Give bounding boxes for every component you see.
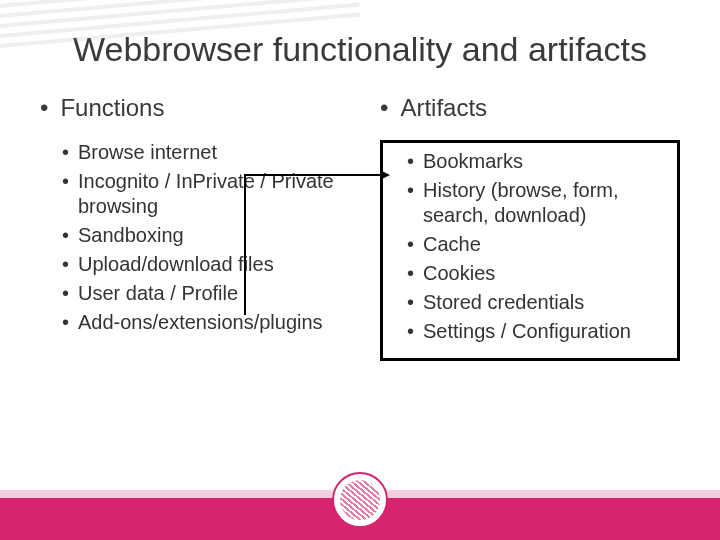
functions-heading: Functions [40, 94, 340, 122]
functions-list: Browse internet Incognito / InPrivate / … [40, 140, 340, 335]
list-item: Add-ons/extensions/plugins [62, 310, 340, 335]
list-item: Sandboxing [62, 223, 340, 248]
artifacts-heading: Artifacts [380, 94, 680, 122]
list-item: Upload/download files [62, 252, 340, 277]
list-item: Cookies [407, 261, 669, 286]
artifacts-box: Bookmarks History (browse, form, search,… [380, 140, 680, 361]
list-item: Settings / Configuration [407, 319, 669, 344]
list-item: Bookmarks [407, 149, 669, 174]
list-item: Incognito / InPrivate / Private browsing [62, 169, 340, 219]
list-item: History (browse, form, search, download) [407, 178, 669, 228]
functions-column: Functions Browse internet Incognito / In… [40, 94, 340, 361]
footer-logo [332, 472, 388, 528]
logo-icon [340, 480, 380, 520]
list-item: Browse internet [62, 140, 340, 165]
footer [0, 470, 720, 540]
artifacts-column: Artifacts Bookmarks History (browse, for… [380, 94, 680, 361]
list-item: Cache [407, 232, 669, 257]
content-area: Functions Browse internet Incognito / In… [0, 69, 720, 361]
list-item: Stored credentials [407, 290, 669, 315]
list-item: User data / Profile [62, 281, 340, 306]
artifacts-list: Bookmarks History (browse, form, search,… [385, 149, 669, 344]
